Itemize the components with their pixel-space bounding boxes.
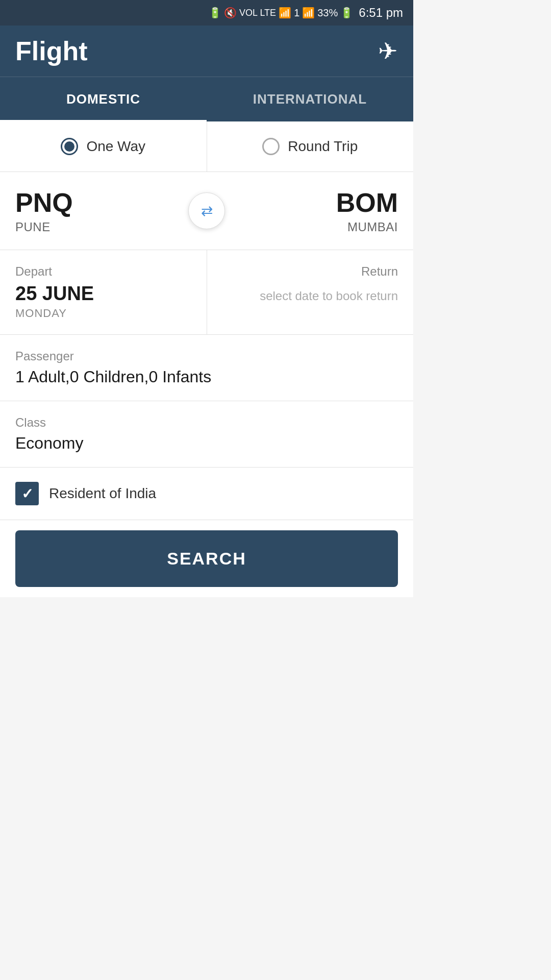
origin-code: PNQ: [15, 187, 188, 218]
one-way-radio[interactable]: [61, 138, 78, 155]
tab-bar: DOMESTIC INTERNATIONAL: [0, 77, 413, 121]
destination-city: MUMBAI: [225, 220, 398, 234]
depart-date-field[interactable]: Depart 25 JUNE MONDAY: [0, 250, 207, 334]
one-way-radio-fill: [64, 141, 74, 152]
battery-icon: 🔋: [340, 7, 353, 19]
class-value: Economy: [15, 434, 398, 453]
main-content: One Way Round Trip PNQ PUNE ⇄ BOM MUMBAI…: [0, 121, 413, 597]
depart-date: 25 JUNE: [15, 283, 191, 305]
round-trip-option[interactable]: Round Trip: [207, 121, 414, 172]
origin-city: PUNE: [15, 220, 188, 234]
checkmark-icon: ✓: [21, 485, 33, 502]
passenger-label: Passenger: [15, 349, 398, 363]
swap-button[interactable]: ⇄: [188, 192, 225, 229]
tab-domestic[interactable]: DOMESTIC: [0, 77, 207, 121]
passenger-section[interactable]: Passenger 1 Adult,0 Children,0 Infants: [0, 335, 413, 401]
status-icons: 🔋 🔇 VOL LTE 📶 1 📶 33% 🔋 6:51 pm: [209, 6, 403, 20]
route-section: PNQ PUNE ⇄ BOM MUMBAI: [0, 172, 413, 250]
mute-icon: 🔇: [224, 7, 237, 19]
search-button[interactable]: SEARCH: [15, 530, 398, 587]
swap-icon: ⇄: [201, 203, 213, 219]
round-trip-radio[interactable]: [262, 138, 280, 155]
class-section[interactable]: Class Economy: [0, 401, 413, 468]
depart-label: Depart: [15, 264, 191, 279]
trip-type-selector: One Way Round Trip: [0, 121, 413, 172]
one-way-label: One Way: [86, 138, 145, 155]
return-date-field[interactable]: Return select date to book return: [207, 250, 414, 334]
resident-checkbox-section: ✓ Resident of India: [0, 468, 413, 520]
lte-icon: VOL LTE: [239, 8, 276, 18]
sim-icon: 🔋: [209, 7, 221, 19]
round-trip-label: Round Trip: [288, 138, 358, 155]
status-bar: 🔋 🔇 VOL LTE 📶 1 📶 33% 🔋 6:51 pm: [0, 0, 413, 26]
clock: 6:51 pm: [359, 6, 403, 20]
tab-international[interactable]: INTERNATIONAL: [207, 77, 413, 121]
resident-checkbox[interactable]: ✓: [15, 482, 39, 505]
resident-label: Resident of India: [49, 485, 156, 502]
return-hint: select date to book return: [222, 289, 398, 303]
flight-icon: ✈: [378, 37, 398, 65]
header: Flight ✈: [0, 26, 413, 77]
return-label: Return: [222, 264, 398, 279]
page-title: Flight: [15, 36, 88, 66]
class-label: Class: [15, 415, 398, 430]
dates-section: Depart 25 JUNE MONDAY Return select date…: [0, 250, 413, 335]
depart-day: MONDAY: [15, 307, 191, 320]
one-way-option[interactable]: One Way: [0, 121, 207, 172]
passenger-value: 1 Adult,0 Children,0 Infants: [15, 368, 398, 386]
destination-code: BOM: [225, 187, 398, 218]
sim-indicator: 1: [294, 7, 299, 19]
battery-percent: 33%: [317, 7, 338, 19]
origin-field[interactable]: PNQ PUNE: [15, 187, 188, 234]
signal-icon: 📶: [302, 7, 315, 19]
destination-field[interactable]: BOM MUMBAI: [225, 187, 398, 234]
wifi-icon: 📶: [279, 7, 291, 19]
